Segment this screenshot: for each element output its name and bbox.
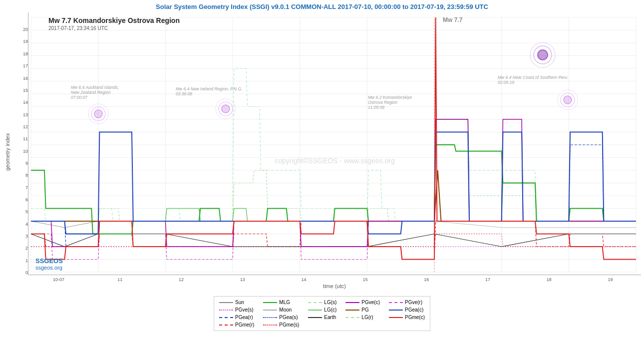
legend-label: Moon — [279, 307, 292, 313]
legend-label: LG(s) — [324, 300, 336, 305]
legend-label: PGve(s) — [235, 307, 254, 313]
y-tick: 19 — [14, 39, 28, 44]
legend-label: PGea(c) — [405, 307, 423, 313]
legend-item: LG(c) — [308, 307, 336, 313]
y-tick: 6 — [14, 198, 28, 202]
legend-item: PGea(c) — [389, 307, 425, 313]
svg-point-32 — [94, 110, 102, 118]
legend-label: PGea(s) — [279, 315, 298, 320]
x-tick: 13 — [212, 277, 273, 282]
y-tick: 7 — [14, 186, 28, 190]
legend-line — [345, 302, 359, 303]
ssgeos-watermark: SSGEOS ssgeos.org — [35, 257, 63, 271]
legend-line — [219, 317, 233, 318]
svg-point-35 — [222, 105, 230, 113]
chart-plot-area: Mw 7.7 Komandorskiye Ostrova Region 2017… — [28, 12, 641, 275]
y-tick: 4 — [14, 222, 28, 227]
legend-item: PGme(r) — [219, 322, 254, 328]
y-tick: 16 — [14, 76, 28, 81]
legend-label: PGve(r) — [405, 300, 422, 305]
eq-rings-2 — [213, 96, 238, 123]
y-tick: 17 — [14, 64, 28, 68]
chart-title: Mw 7.7 Komandorskiye Ostrova Region 2017… — [48, 16, 180, 31]
legend-line — [263, 325, 277, 326]
svg-point-41 — [564, 96, 572, 104]
mw77-label: Mw 7.7 — [443, 16, 462, 23]
legend-label: LG(c) — [324, 307, 336, 313]
y-tick: 13 — [14, 113, 28, 117]
y-tick: 9 — [14, 161, 28, 166]
legend-item: Earth — [308, 315, 336, 320]
legend-item: Moon — [263, 307, 299, 313]
svg-point-38 — [538, 50, 548, 60]
x-tick-labels: 10-07111213141516171819 — [28, 275, 641, 282]
legend-line — [389, 302, 403, 303]
legend-line — [263, 302, 277, 303]
main-container: Solar System Geometry Index (SSGI) v9.0.… — [0, 0, 644, 337]
legend-item: PGve(r) — [389, 300, 425, 305]
legend-box: SunMLGLG(s)PGve(c)PGve(r)PGve(s)MoonLG(c… — [214, 296, 430, 331]
legend-item: PGea(s) — [263, 315, 299, 320]
x-tick: 11 — [89, 277, 151, 282]
legend-line — [389, 310, 403, 311]
eq-rings-mw77 — [528, 40, 558, 72]
legend-label: Sun — [235, 300, 244, 305]
x-tick: 12 — [151, 277, 212, 282]
y-tick: 2 — [14, 246, 28, 251]
legend-label: Earth — [324, 315, 336, 320]
legend-line — [219, 302, 233, 303]
legend-item: Sun — [219, 300, 254, 305]
chart-subtitle: 2017-07-17, 23:34:16 UTC — [48, 25, 180, 31]
x-tick: 14 — [273, 277, 334, 282]
legend-area: SunMLGLG(s)PGve(c)PGve(r)PGve(s)MoonLG(c… — [3, 293, 641, 334]
legend-line — [308, 310, 322, 311]
y-tick: 3 — [14, 234, 28, 239]
x-tick: 15 — [334, 277, 396, 282]
legend-item: PGve(s) — [219, 307, 254, 313]
eq-rings-4 — [555, 87, 580, 114]
y-tick: 18 — [14, 52, 28, 56]
y-tick: 10 — [14, 149, 28, 154]
x-axis-title: time (utc) — [28, 283, 641, 289]
y-axis-label: geometry index — [3, 12, 12, 291]
legend-label: PGme(r) — [235, 322, 254, 328]
y-tick: 12 — [14, 125, 28, 129]
legend-item: LG(r) — [345, 315, 380, 320]
legend-line — [345, 310, 359, 311]
legend-label: PG — [361, 307, 368, 313]
y-tick: 15 — [14, 88, 28, 93]
legend-label: LG(r) — [361, 315, 373, 320]
legend-label: PGme(c) — [405, 315, 425, 320]
legend-label: PGme(s) — [279, 322, 299, 328]
legend-item: LG(s) — [308, 300, 336, 305]
legend-item: PGve(c) — [345, 300, 380, 305]
y-tick: 14 — [14, 100, 28, 105]
legend-line — [263, 310, 277, 311]
x-tick: 17 — [457, 277, 519, 282]
eq-rings-1 — [86, 101, 111, 128]
eq-annotation-2: Mw 6.4 New Ireland Region, P.N.G.03:36:0… — [176, 86, 243, 96]
legend-line — [345, 317, 359, 318]
x-tick: 16 — [396, 277, 457, 282]
y-tick: 11 — [14, 137, 28, 141]
y-tick: 0 — [14, 271, 28, 275]
legend-line — [219, 310, 233, 311]
legend-line — [219, 325, 233, 326]
y-tick: 20 — [14, 27, 28, 32]
legend-line — [308, 302, 322, 303]
legend-line — [308, 317, 322, 318]
legend-label: PGea(r) — [235, 315, 253, 320]
legend-item: PGme(c) — [389, 315, 425, 320]
legend-line — [389, 317, 403, 318]
x-axis-area: 10-07111213141516171819 time (utc) — [28, 275, 641, 291]
header-title: Solar System Geometry Index (SSGI) v9.0.… — [3, 3, 641, 10]
y-tick: 1 — [14, 259, 28, 263]
legend-item: PGme(s) — [263, 322, 299, 328]
legend-label: MLG — [279, 300, 290, 305]
eq-annotation-3: Mw 6.2 KomandorskiyeOstrova Region11:05:… — [368, 95, 412, 110]
eq-annotation-4: Mw 6.4 Near Coast of Southern Peru02:05:… — [498, 75, 567, 85]
legend-item: MLG — [263, 300, 299, 305]
legend-line — [263, 317, 277, 318]
y-tick: 5 — [14, 210, 28, 214]
x-tick: 10-07 — [28, 277, 89, 282]
